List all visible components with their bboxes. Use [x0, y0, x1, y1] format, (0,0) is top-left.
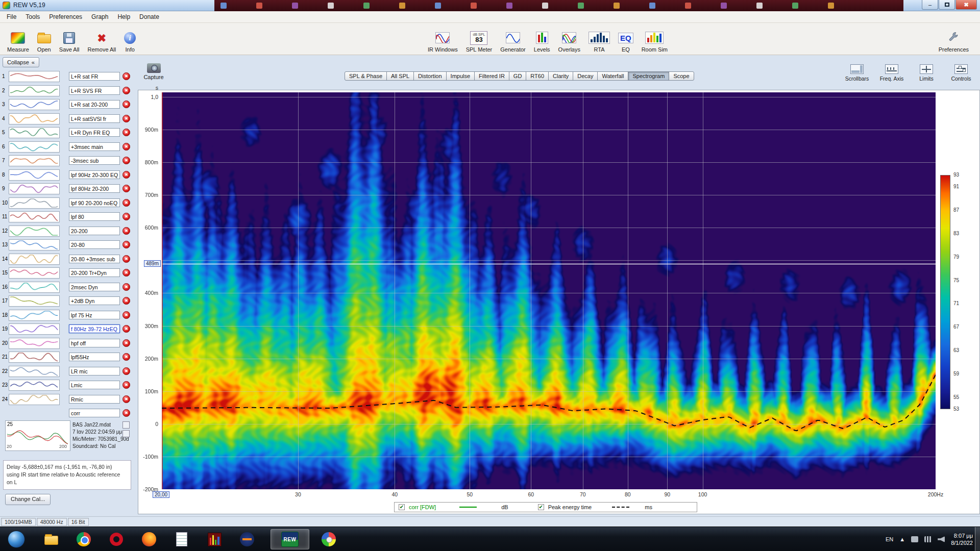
measurement-thumbnail[interactable]	[9, 169, 60, 181]
measurement-thumbnail[interactable]	[9, 352, 60, 363]
minimize-button[interactable]: –	[922, 0, 938, 10]
browser-tab-favicon[interactable]	[614, 3, 620, 9]
browser-tab-favicon[interactable]	[685, 3, 691, 9]
toolbar-preferences-button[interactable]: Preferences	[935, 24, 973, 54]
measurement-name-field[interactable]: +3msec main	[69, 142, 120, 151]
measurement-name-field[interactable]: lpf55Hz	[69, 353, 120, 361]
measurement-name-field[interactable]: 20-80 +3msec sub	[69, 255, 120, 263]
measurement-thumbnail[interactable]	[9, 71, 60, 82]
taskbar-rew-measure-icon[interactable]	[203, 529, 226, 549]
measurement-notes-icon[interactable]	[122, 421, 130, 429]
measurement-delete-button[interactable]: ✖	[122, 185, 130, 192]
toolbar-room-sim-button[interactable]: Room Sim	[638, 24, 672, 54]
measurement-thumbnail[interactable]	[9, 366, 60, 377]
change-cal-button[interactable]: Change Cal...	[5, 494, 51, 505]
measurement-thumbnail[interactable]	[9, 338, 60, 349]
measurement-delete-button[interactable]: ✖	[122, 353, 130, 361]
menu-tools[interactable]: Tools	[21, 12, 44, 22]
browser-tab-favicon[interactable]	[328, 3, 334, 9]
measurement-delete-button[interactable]: ✖	[122, 157, 130, 164]
browser-tab-favicon[interactable]	[578, 3, 584, 9]
measurement-thumbnail[interactable]	[9, 99, 60, 110]
toolbar-save-all-button[interactable]: Save All	[55, 24, 84, 54]
measurement-delete-button[interactable]: ✖	[122, 283, 130, 291]
tab-waterfall[interactable]: Waterfall	[597, 71, 628, 81]
pen-tray-icon[interactable]	[911, 536, 918, 542]
measurement-thumbnail[interactable]	[9, 310, 60, 321]
measurement-delete-button[interactable]: ✖	[122, 115, 130, 122]
activity-tray-icon[interactable]	[924, 536, 932, 542]
toolbar-levels-button[interactable]: Levels	[530, 24, 554, 54]
browser-tab-favicon[interactable]	[399, 3, 405, 9]
measurement-thumbnail[interactable]	[9, 380, 60, 391]
controls-button[interactable]: Controls	[946, 64, 976, 82]
measurement-delete-button[interactable]: ✖	[122, 325, 130, 333]
browser-tab-favicon[interactable]	[220, 3, 227, 9]
browser-tab-favicon[interactable]	[471, 3, 477, 9]
browser-tab-favicon[interactable]	[292, 3, 298, 9]
measurement-delete-button[interactable]: ✖	[122, 199, 130, 207]
tab-spl-phase[interactable]: SPL & Phase	[345, 71, 387, 81]
measurement-name-field[interactable]: lpf 80	[69, 212, 120, 221]
measurement-name-field[interactable]: corr	[69, 409, 120, 417]
measurement-name-field[interactable]: 20-80	[69, 240, 120, 249]
spectrogram-grid-overlay[interactable]	[162, 92, 936, 489]
measurement-delete-button[interactable]: ✖	[122, 87, 130, 94]
taskbar-paint-icon[interactable]	[317, 529, 340, 549]
menu-preferences[interactable]: Preferences	[44, 12, 87, 22]
tab-decay[interactable]: Decay	[573, 71, 598, 81]
menu-file[interactable]: File	[2, 12, 21, 22]
measurement-name-field[interactable]: 2msec Dyn	[69, 283, 120, 291]
measurement-name-field[interactable]: L+R sat 20-200	[69, 100, 120, 109]
toolbar-measure-button[interactable]: Measure	[3, 24, 33, 54]
measurement-delete-button[interactable]: ✖	[122, 381, 130, 389]
measurement-name-field[interactable]: Rmic	[69, 395, 120, 404]
hidden-icons-arrow[interactable]: ▲	[899, 536, 905, 542]
browser-tab-favicon[interactable]	[363, 3, 370, 9]
browser-tab-favicon[interactable]	[721, 3, 727, 9]
measurement-delete-button[interactable]: ✖	[122, 101, 130, 108]
taskbar-clock[interactable]: 8:07 μμ 8/1/2022	[951, 532, 973, 546]
measurement-name-field[interactable]: Lmic	[69, 381, 120, 389]
taskbar-opera-icon[interactable]	[105, 529, 128, 549]
measurement-name-field[interactable]: lpf 90Hz 20-300 EQ	[69, 170, 120, 179]
tab-distortion[interactable]: Distortion	[413, 71, 446, 81]
toolbar-overlays-button[interactable]: Overlays	[554, 24, 584, 54]
taskbar-chrome-icon[interactable]	[72, 529, 95, 549]
measurement-thumbnail[interactable]	[9, 211, 60, 222]
measurement-delete-button[interactable]: ✖	[122, 241, 130, 248]
taskbar-rew-active-icon[interactable]: REW	[271, 529, 309, 549]
menu-donate[interactable]: Donate	[135, 12, 164, 22]
measurement-delete-button[interactable]: ✖	[122, 297, 130, 305]
scrollbars-button[interactable]: Scrollbars	[842, 64, 872, 82]
toolbar-remove-all-button[interactable]: ✖Remove All	[84, 24, 120, 54]
measurement-thumbnail[interactable]	[9, 85, 60, 96]
tab-gd[interactable]: GD	[509, 71, 527, 81]
measurement-thumbnail[interactable]	[9, 197, 60, 209]
measurement-thumbnail[interactable]	[9, 282, 60, 293]
measurement-delete-button[interactable]: ✖	[122, 213, 130, 220]
measurement-thumbnail[interactable]	[9, 267, 60, 279]
measurement-name-field[interactable]: L+R sat FR	[69, 72, 120, 81]
measurement-name-field[interactable]: lpf 90 20-200 noEQ	[69, 198, 120, 207]
taskbar-audacity-icon[interactable]	[236, 529, 258, 549]
measurement-name-field[interactable]: LR mic	[69, 367, 120, 375]
measurement-name-field[interactable]: L+R satSVSl fr	[69, 114, 120, 123]
show-desktop-button[interactable]	[975, 527, 980, 551]
measurement-name-field[interactable]: +2dB Dyn	[69, 296, 120, 305]
measurement-delete-button[interactable]: ✖	[122, 143, 130, 151]
measurement-delete-button[interactable]: ✖	[122, 409, 130, 417]
measurement-delete-button[interactable]: ✖	[122, 227, 130, 235]
measurement-delete-button[interactable]: ✖	[122, 339, 130, 347]
measurement-thumbnail[interactable]	[9, 394, 60, 405]
browser-tab-favicon[interactable]	[542, 3, 548, 9]
measurement-delete-button[interactable]: ✖	[122, 171, 130, 179]
measurement-name-field[interactable]: L+R Dyn FR EQ	[69, 128, 120, 137]
toolbar-eq-button[interactable]: EQEQ	[614, 24, 638, 54]
toolbar-info-button[interactable]: iInfo	[120, 24, 140, 54]
toolbar-generator-button[interactable]: Generator	[496, 24, 530, 54]
tab-rt60[interactable]: RT60	[526, 71, 549, 81]
measurement-name-field[interactable]: lpf 80Hz 20-200	[69, 184, 120, 193]
browser-tab-favicon[interactable]	[828, 3, 834, 9]
toolbar-ir-windows-button[interactable]: IR Windows	[424, 24, 462, 54]
